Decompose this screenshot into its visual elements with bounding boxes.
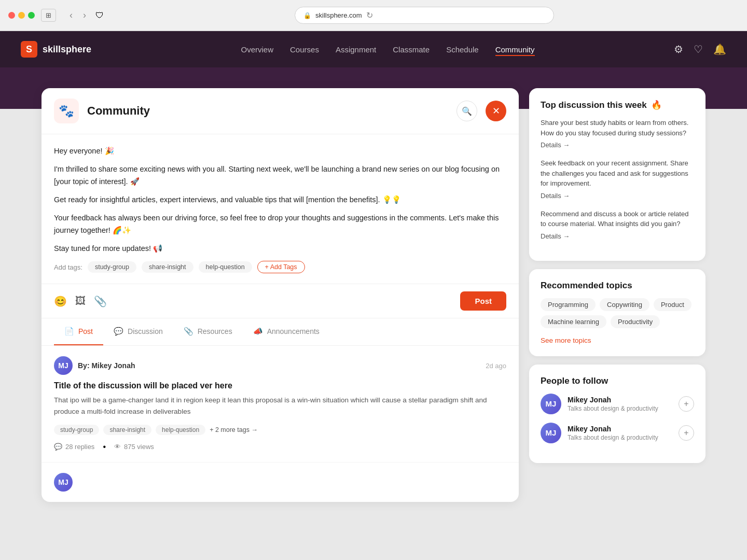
details-link-2[interactable]: Details → (541, 192, 694, 200)
topic-copywriting[interactable]: Copywriting (600, 298, 649, 311)
close-dot[interactable] (8, 12, 15, 19)
compose-line4: Stay tuned for more updates! 📢 (54, 242, 506, 255)
app-header: S skillsphere Overview Courses Assignmen… (0, 31, 747, 67)
author-initials: MJ (58, 361, 68, 370)
url-text: skillsphere.com (315, 11, 362, 19)
tab-announcements[interactable]: 📣 Announcements (243, 318, 330, 345)
discussion-text-3: Recommend and discuss a book or article … (541, 209, 694, 229)
person-info-2: Mikey Jonah Talks about design & product… (568, 425, 672, 441)
post-tag-help-question[interactable]: help-question (156, 425, 205, 435)
tab-announcements-label: Announcements (267, 327, 320, 335)
compose-greeting: Hey everyone! 🎉 (54, 145, 506, 158)
sidebar-toggle-button[interactable]: ⊞ (41, 9, 56, 22)
tab-resources-label: Resources (198, 327, 232, 335)
nav-overview[interactable]: Overview (241, 43, 274, 56)
community-search-button[interactable]: 🔍 (457, 101, 477, 121)
browser-dots (8, 12, 35, 19)
back-button[interactable]: ‹ (66, 9, 76, 22)
discussion-item-1: Share your best study habits or learn fr… (541, 118, 694, 149)
reload-button[interactable]: ↻ (366, 10, 373, 20)
browser-navigation: ‹ › (66, 9, 89, 22)
discussion-item-2: Seek feedback on your recent assignment.… (541, 158, 694, 200)
topic-machine-learning[interactable]: Machine learning (541, 315, 606, 328)
nav-community[interactable]: Community (495, 43, 535, 56)
person-name-1: Mikey Jonah (568, 396, 672, 404)
compose-line3: Your feedback has always been our drivin… (54, 212, 506, 237)
people-to-follow-title: People to follow (541, 376, 694, 386)
views-count: 875 views (124, 443, 154, 451)
compose-line1: I'm thrilled to share some exciting news… (54, 163, 506, 188)
feed-tabs: 📄 Post 💬 Discussion 📎 Resources 📣 Announ… (42, 318, 519, 346)
author-avatar: MJ (54, 356, 73, 375)
shield-icon: 🛡 (95, 11, 104, 20)
compose-toolbar: 😊 🖼 📎 Post (42, 284, 519, 318)
nav-courses[interactable]: Courses (290, 43, 319, 56)
see-more-topics-link[interactable]: See more topics (541, 337, 591, 344)
person-desc-1: Talks about design & productivity (568, 405, 672, 412)
post-tag-share-insight[interactable]: share-insight (103, 425, 151, 435)
tag-study-group[interactable]: study-group (88, 261, 136, 273)
announcements-tab-icon: 📣 (253, 327, 263, 336)
follow-button-1[interactable]: + (679, 396, 694, 412)
compose-text: Hey everyone! 🎉 I'm thrilled to share so… (54, 145, 506, 255)
discussion-item-3: Recommend and discuss a book or article … (541, 209, 694, 240)
recommended-topics-section: Recommended topics Programming Copywriti… (529, 269, 706, 356)
post-tag-study-group[interactable]: study-group (54, 425, 99, 435)
tab-post[interactable]: 📄 Post (54, 318, 103, 345)
nav-classmate[interactable]: Classmate (393, 43, 430, 56)
post-title[interactable]: Title of the discussion will be placed v… (54, 381, 506, 390)
settings-icon-button[interactable]: ⚙ (674, 43, 683, 55)
tags-label: Add tags: (54, 263, 82, 271)
discussion-text-1: Share your best study habits or learn fr… (541, 118, 694, 138)
community-emoji: 🐾 (59, 104, 74, 118)
tab-discussion-label: Discussion (128, 327, 163, 335)
notifications-icon-button[interactable]: 🔔 (713, 43, 726, 55)
post-item-partial: MJ (42, 463, 519, 502)
tab-resources[interactable]: 📎 Resources (173, 318, 243, 345)
tag-share-insight[interactable]: share-insight (142, 261, 193, 273)
top-discussion-section: Top discussion this week 🔥 Share your be… (529, 88, 706, 261)
replies-icon: 💬 (54, 443, 62, 451)
post-button[interactable]: Post (460, 291, 506, 311)
second-post-avatar: MJ (54, 473, 73, 492)
community-close-button[interactable]: ✕ (486, 101, 506, 121)
compose-line2: Get ready for insightful articles, exper… (54, 193, 506, 206)
post-tags: study-group share-insight help-question … (54, 425, 506, 435)
tab-post-label: Post (78, 327, 93, 335)
more-tags-link[interactable]: + 2 more tags → (210, 426, 258, 433)
post-author: MJ By: Mikey Jonah (54, 356, 135, 375)
post-body: That ipo will be a game-changer land it … (54, 395, 506, 417)
topic-product[interactable]: Product (654, 298, 691, 311)
main-content: 🐾 Community 🔍 ✕ Hey everyone! 🎉 I'm thri… (0, 88, 747, 502)
post-meta: MJ By: Mikey Jonah 2d ago (54, 356, 506, 375)
attachment-button[interactable]: 📎 (94, 295, 107, 307)
add-tags-button[interactable]: + Add Tags (257, 261, 305, 273)
logo-text: skillsphere (43, 44, 91, 55)
favorites-icon-button[interactable]: ♡ (694, 43, 703, 55)
nav-assignment[interactable]: Assignment (336, 43, 376, 56)
fullscreen-dot[interactable] (28, 12, 35, 19)
details-link-3[interactable]: Details → (541, 232, 694, 240)
emoji-button[interactable]: 😊 (54, 295, 67, 307)
discussion-text-2: Seek feedback on your recent assignment.… (541, 158, 694, 189)
topic-programming[interactable]: Programming (541, 298, 596, 311)
topic-productivity[interactable]: Productivity (611, 315, 660, 328)
top-discussion-title: Top discussion this week 🔥 (541, 100, 694, 110)
address-bar[interactable]: 🔒 skillsphere.com ↻ (295, 7, 554, 24)
minimize-dot[interactable] (18, 12, 25, 19)
logo-area: S skillsphere (21, 41, 91, 58)
tab-discussion[interactable]: 💬 Discussion (103, 318, 173, 345)
person-avatar-1: MJ (541, 394, 561, 414)
community-title: Community (87, 104, 448, 118)
person-name-2: Mikey Jonah (568, 425, 672, 433)
compose-area: Hey everyone! 🎉 I'm thrilled to share so… (42, 134, 519, 284)
nav-schedule[interactable]: Schedule (446, 43, 479, 56)
details-link-1[interactable]: Details → (541, 141, 694, 149)
community-card: 🐾 Community 🔍 ✕ Hey everyone! 🎉 I'm thri… (42, 88, 519, 502)
tag-help-question[interactable]: help-question (199, 261, 252, 273)
person-info-1: Mikey Jonah Talks about design & product… (568, 396, 672, 412)
browser-chrome: ⊞ ‹ › 🛡 🔒 skillsphere.com ↻ (0, 0, 747, 31)
forward-button[interactable]: › (80, 9, 89, 22)
image-button[interactable]: 🖼 (75, 295, 86, 307)
follow-button-2[interactable]: + (679, 425, 694, 441)
